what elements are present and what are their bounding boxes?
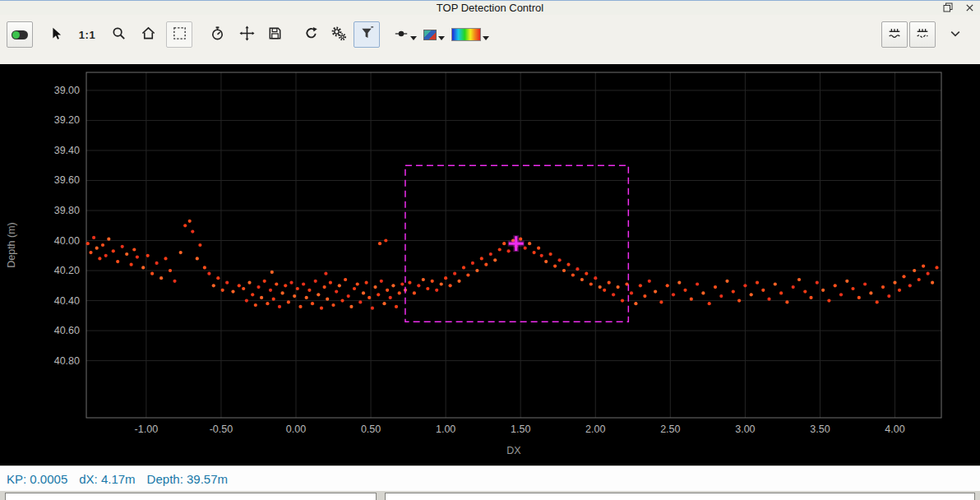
svg-text:1.00: 1.00 — [436, 424, 455, 435]
svg-text:2.00: 2.00 — [585, 424, 605, 435]
svg-text:39.60: 39.60 — [54, 174, 80, 186]
restore-icon — [943, 2, 953, 15]
svg-text:4.00: 4.00 — [885, 424, 904, 435]
pointer-tool-button[interactable] — [43, 21, 69, 48]
restore-button[interactable] — [942, 2, 954, 15]
svg-text:39.20: 39.20 — [54, 114, 80, 126]
svg-text:40.00: 40.00 — [54, 235, 80, 247]
marquee-select-icon — [172, 25, 187, 44]
settings-button[interactable] — [326, 21, 352, 48]
svg-text:3.50: 3.50 — [810, 424, 830, 435]
funnel-icon — [359, 25, 375, 44]
svg-text:2.50: 2.50 — [660, 424, 680, 435]
one-to-one-icon: 1:1 — [79, 29, 95, 41]
refresh-icon — [303, 25, 319, 44]
filter-button[interactable] — [354, 21, 380, 48]
svg-text:40.40: 40.40 — [54, 295, 80, 307]
close-icon — [965, 2, 974, 15]
window-title: TOP Detection Control — [0, 1, 980, 15]
plot-area[interactable]: -1.00-0.500.000.501.001.502.002.503.003.… — [0, 64, 980, 465]
dropdown-caret-icon — [438, 30, 445, 43]
gears-icon — [331, 25, 347, 44]
status-bar: KP: 0.0005 dX: 4.17m Depth: 39.57m — [0, 465, 980, 491]
titlebar: TOP Detection Control — [0, 0, 980, 15]
pan-move-icon — [239, 25, 255, 44]
svg-text:-0.50: -0.50 — [210, 424, 233, 435]
dropdown-caret-icon — [410, 30, 417, 43]
svg-text:39.00: 39.00 — [54, 85, 80, 96]
dropdown-caret-icon — [483, 30, 489, 43]
save-button[interactable] — [261, 21, 288, 48]
refresh-button[interactable] — [298, 21, 324, 48]
rainbow-colormap-icon — [451, 28, 481, 41]
svg-text:Depth (m): Depth (m) — [6, 222, 17, 268]
top-detect-a-icon — [887, 26, 902, 44]
chevron-down-icon — [949, 27, 962, 43]
svg-text:-1.00: -1.00 — [135, 424, 159, 435]
detection-toggle-button[interactable] — [7, 21, 33, 48]
top-detection-control-window: TOP Detection Control 1:1 — [0, 0, 980, 500]
svg-text:40.80: 40.80 — [54, 355, 80, 367]
point-style-icon — [394, 26, 409, 44]
svg-text:0.50: 0.50 — [361, 424, 381, 435]
magnifier-icon — [111, 25, 127, 44]
color-swatch-button[interactable] — [421, 21, 447, 48]
svg-text:DX: DX — [506, 445, 521, 456]
status-depth: Depth: 39.57m — [147, 472, 228, 486]
expand-toolbar-button[interactable] — [942, 21, 968, 48]
bottom-panel-left — [5, 493, 377, 500]
colormap-button[interactable] — [449, 21, 492, 48]
top-detect-b-button[interactable] — [909, 21, 936, 48]
svg-text:3.00: 3.00 — [735, 424, 755, 435]
bottom-panels-edge — [0, 491, 980, 500]
svg-text:0.00: 0.00 — [286, 424, 306, 435]
toggle-icon — [12, 30, 28, 39]
marquee-select-button[interactable] — [166, 21, 192, 48]
stopwatch-icon — [210, 25, 225, 44]
status-kp: KP: 0.0005 — [7, 472, 67, 486]
toolbar: 1:1 — [0, 15, 980, 64]
svg-text:40.60: 40.60 — [54, 325, 80, 336]
pointer-cursor-icon — [49, 26, 63, 44]
zoom-tool-button[interactable] — [105, 21, 132, 48]
save-floppy-icon — [267, 25, 283, 44]
top-detect-b-icon — [915, 26, 930, 44]
bottom-panel-right — [385, 493, 975, 500]
color-swatch-icon — [423, 30, 437, 40]
pan-tool-button[interactable] — [233, 21, 260, 48]
top-detect-a-button[interactable] — [881, 21, 908, 48]
close-button[interactable] — [964, 2, 975, 15]
window-controls — [942, 1, 975, 16]
home-view-button[interactable] — [135, 21, 161, 48]
zoom-1-1-button[interactable]: 1:1 — [74, 21, 100, 48]
svg-text:1.50: 1.50 — [511, 424, 530, 435]
home-icon — [141, 25, 156, 44]
svg-text:39.80: 39.80 — [54, 205, 80, 216]
timer-button[interactable] — [204, 21, 230, 48]
svg-text:40.20: 40.20 — [54, 265, 80, 276]
svg-text:39.40: 39.40 — [54, 145, 80, 156]
point-style-button[interactable] — [391, 21, 419, 48]
scatter-plot[interactable]: -1.00-0.500.000.501.001.502.002.503.003.… — [0, 64, 980, 465]
status-dx: dX: 4.17m — [79, 472, 135, 486]
